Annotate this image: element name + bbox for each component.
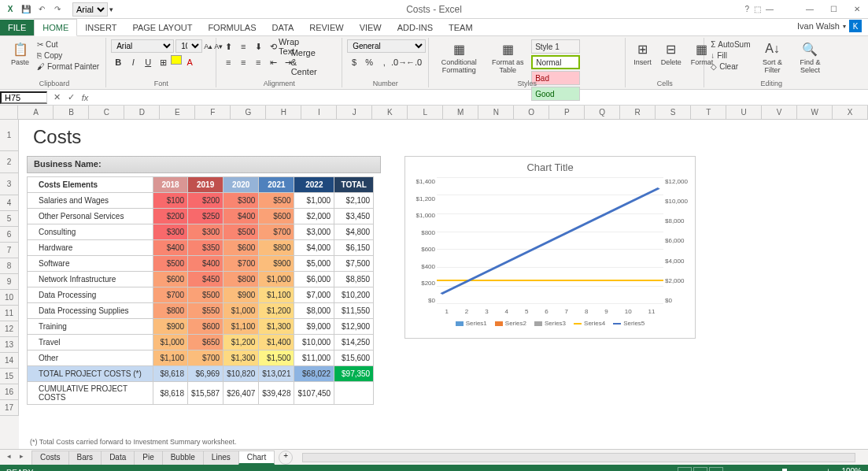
tab-team[interactable]: TEAM	[441, 20, 481, 35]
col-header-L[interactable]: L	[408, 106, 443, 119]
align-right-icon[interactable]: ≡	[251, 55, 265, 69]
minimize-ribbon-icon[interactable]: —	[766, 5, 774, 13]
save-icon[interactable]: 💾	[19, 2, 33, 17]
cell[interactable]: $400	[153, 240, 188, 256]
style-normal[interactable]: Normal	[531, 55, 580, 69]
row-header-4[interactable]: 4	[0, 195, 19, 211]
format-as-table-button[interactable]: ▦Format as Table	[487, 39, 528, 76]
align-top-icon[interactable]: ⬆	[221, 39, 235, 54]
col-header-T[interactable]: T	[691, 106, 726, 119]
cell[interactable]: $400	[188, 256, 223, 272]
zoom-level[interactable]: 100%	[841, 467, 862, 471]
increase-decimal-icon[interactable]: .0→	[392, 55, 406, 69]
tab-addins[interactable]: ADD-INS	[390, 20, 441, 35]
row-label[interactable]: Data Processing	[28, 287, 153, 303]
sheet-tab-bubble[interactable]: Bubble	[162, 451, 204, 465]
cell[interactable]: $500	[188, 287, 223, 303]
col-header-K[interactable]: K	[372, 106, 408, 119]
border-button[interactable]: ⊞	[156, 55, 170, 69]
row-header-9[interactable]: 9	[0, 274, 19, 290]
conditional-formatting-button[interactable]: ▦Conditional Formatting	[434, 39, 484, 76]
currency-icon[interactable]: $	[347, 55, 361, 69]
row-total[interactable]: $6,150	[334, 240, 374, 256]
cell[interactable]: $300	[223, 193, 259, 209]
cell[interactable]: $2,000	[294, 209, 334, 224]
font-color-button[interactable]: A	[183, 55, 197, 69]
tab-file[interactable]: FILE	[0, 20, 34, 35]
qat-font-dropdown[interactable]: Arial	[72, 2, 108, 17]
cell[interactable]: $400	[223, 209, 259, 224]
cell[interactable]: $700	[223, 256, 259, 272]
col-header-M[interactable]: M	[443, 106, 478, 119]
delete-button[interactable]: ⊟Delete	[658, 39, 685, 68]
page-break-view-icon[interactable]	[709, 467, 723, 471]
autosum-button[interactable]: ΣAutoSum	[709, 39, 752, 50]
chart[interactable]: Chart Title $1,400$1,200$1,000$800$600$4…	[404, 156, 696, 339]
cell[interactable]: $6,000	[294, 272, 334, 287]
cell[interactable]: $700	[188, 350, 223, 366]
row-header-3[interactable]: 3	[0, 173, 19, 195]
cell[interactable]: $900	[259, 256, 294, 272]
cell[interactable]: $5,000	[294, 256, 334, 272]
cell[interactable]: $1,300	[223, 350, 259, 366]
tab-page-layout[interactable]: PAGE LAYOUT	[124, 20, 200, 35]
table-row[interactable]: Data Processing$700$500$900$1,100$7,000$…	[28, 287, 374, 303]
row-label[interactable]: Other	[28, 350, 153, 366]
sheet-nav-last-icon[interactable]: ▸	[16, 452, 27, 463]
sheet-tab-costs[interactable]: Costs	[31, 451, 69, 465]
undo-icon[interactable]: ↶	[35, 2, 49, 17]
table-row[interactable]: Other Personal Services$200$250$400$600$…	[28, 209, 374, 224]
cell[interactable]: $1,100	[153, 350, 188, 366]
cell[interactable]: $700	[153, 287, 188, 303]
cell[interactable]: $250	[188, 209, 223, 224]
col-header-R[interactable]: R	[620, 106, 656, 119]
cell[interactable]: $600	[188, 319, 223, 335]
col-header-N[interactable]: N	[478, 106, 514, 119]
tab-formulas[interactable]: FORMULAS	[200, 20, 264, 35]
paste-button[interactable]: 📋Paste	[8, 39, 32, 68]
col-header-V[interactable]: V	[762, 106, 797, 119]
sheet-nav-first-icon[interactable]: ◂	[3, 452, 14, 463]
row-label[interactable]: Training	[28, 319, 153, 335]
cell[interactable]: $1,000	[153, 335, 188, 350]
row-header-2[interactable]: 2	[0, 151, 19, 173]
cell[interactable]: $10,000	[294, 335, 334, 350]
col-header-H[interactable]: H	[266, 106, 301, 119]
cell[interactable]: $1,400	[259, 335, 294, 350]
cell[interactable]: $550	[188, 303, 223, 319]
col-header-A[interactable]: A	[18, 106, 54, 119]
horizontal-scrollbar[interactable]	[302, 453, 855, 462]
cancel-formula-icon[interactable]: ✕	[50, 91, 63, 104]
cell[interactable]: $500	[223, 224, 259, 240]
cell[interactable]: $650	[188, 335, 223, 350]
col-header-G[interactable]: G	[231, 106, 266, 119]
cell[interactable]: $1,200	[223, 335, 259, 350]
row-header-12[interactable]: 12	[0, 321, 19, 337]
table-row[interactable]: Software$500$400$700$900$5,000$7,500	[28, 256, 374, 272]
row-header-17[interactable]: 17	[0, 400, 19, 416]
cell[interactable]: $500	[153, 256, 188, 272]
row-label[interactable]: Software	[28, 256, 153, 272]
fill-button[interactable]: ↓Fill	[709, 50, 752, 61]
row-header-5[interactable]: 5	[0, 211, 19, 227]
cell[interactable]: $800	[153, 303, 188, 319]
sheet-tab-data[interactable]: Data	[101, 451, 135, 465]
row-header-13[interactable]: 13	[0, 337, 19, 353]
cell[interactable]: $11,000	[294, 350, 334, 366]
cell[interactable]: $800	[259, 240, 294, 256]
col-header-O[interactable]: O	[514, 106, 549, 119]
align-center-icon[interactable]: ≡	[236, 55, 250, 69]
cell[interactable]: $100	[153, 193, 188, 209]
cell[interactable]: $1,300	[259, 319, 294, 335]
sort-filter-button[interactable]: A↓Sort & Filter	[755, 39, 789, 76]
align-bottom-icon[interactable]: ⬇	[251, 39, 265, 54]
cell[interactable]: $600	[259, 209, 294, 224]
row-total[interactable]: $4,800	[334, 224, 374, 240]
italic-button[interactable]: I	[126, 55, 140, 69]
row-total[interactable]: $12,900	[334, 319, 374, 335]
number-format-dropdown[interactable]: General	[347, 39, 426, 53]
col-header-Q[interactable]: Q	[585, 106, 620, 119]
style-good[interactable]: Good	[531, 87, 580, 101]
col-header-C[interactable]: C	[89, 106, 124, 119]
cut-button[interactable]: ✂Cut	[35, 39, 101, 50]
